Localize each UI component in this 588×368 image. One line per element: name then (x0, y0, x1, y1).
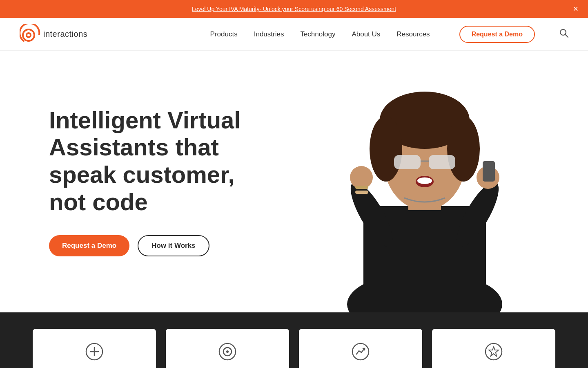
svg-rect-18 (483, 161, 495, 182)
card-1-icon (85, 342, 104, 365)
nav-about[interactable]: About Us (352, 30, 380, 38)
svg-marker-29 (489, 347, 499, 356)
cards-section (0, 312, 588, 368)
card-4-icon (484, 342, 503, 365)
card-2 (166, 329, 289, 368)
svg-point-9 (370, 116, 402, 182)
nav-products[interactable]: Products (210, 30, 238, 38)
card-3-icon (351, 342, 370, 365)
card-3 (299, 329, 422, 368)
svg-point-0 (23, 29, 34, 41)
nav-resources[interactable]: Resources (396, 30, 430, 38)
hero-image (286, 51, 564, 312)
search-button[interactable] (559, 29, 568, 40)
svg-point-16 (350, 166, 373, 189)
svg-point-1 (27, 33, 31, 37)
header-demo-button[interactable]: Request a Demo (459, 26, 535, 43)
banner-link[interactable]: Level Up Your IVA Maturity- Unlock your … (192, 6, 396, 12)
hero-section: Intelligent Virtual Assistants that spea… (0, 51, 588, 312)
svg-point-26 (226, 350, 229, 353)
card-1 (33, 329, 156, 368)
hero-title: Intelligent Virtual Assistants that spea… (49, 107, 278, 216)
svg-point-22 (417, 177, 432, 184)
logo-icon (20, 24, 41, 45)
card-2-icon (218, 342, 237, 365)
nav-industries[interactable]: Industries (254, 30, 284, 38)
svg-rect-11 (394, 155, 421, 169)
person-illustration (323, 51, 527, 312)
card-4 (432, 329, 555, 368)
hero-how-it-works-button[interactable]: How it Works (138, 235, 209, 256)
main-nav: Products Industries Technology About Us … (210, 26, 568, 43)
svg-line-3 (566, 34, 568, 37)
announcement-banner: Level Up Your IVA Maturity- Unlock your … (0, 0, 588, 18)
hero-buttons: Request a Demo How it Works (49, 235, 278, 256)
banner-close-button[interactable]: × (573, 4, 578, 13)
hero-demo-button[interactable]: Request a Demo (49, 235, 129, 256)
search-icon (559, 29, 568, 38)
svg-rect-12 (429, 155, 455, 169)
svg-rect-19 (355, 186, 368, 189)
logo-text: interactions (43, 29, 87, 39)
svg-rect-20 (355, 191, 368, 194)
nav-technology[interactable]: Technology (300, 30, 335, 38)
site-header: interactions Products Industries Technol… (0, 18, 588, 51)
hero-content: Intelligent Virtual Assistants that spea… (0, 74, 278, 289)
svg-point-10 (447, 116, 480, 182)
logo[interactable]: interactions (20, 24, 87, 45)
